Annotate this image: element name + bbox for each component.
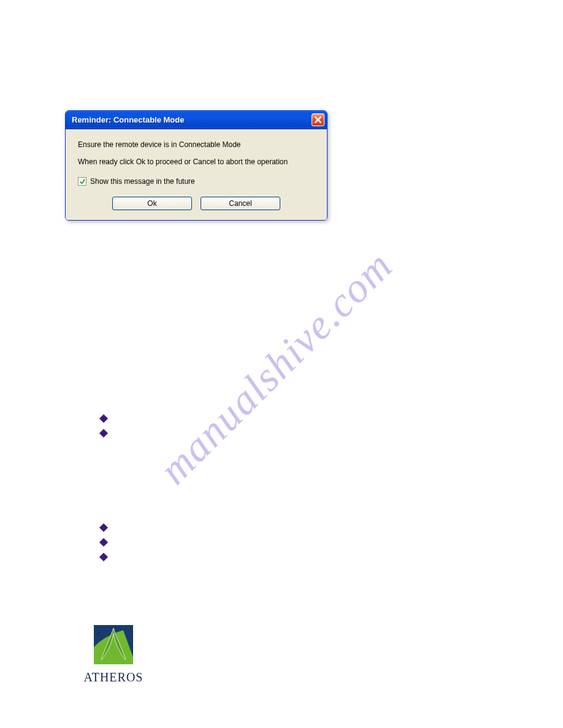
show-message-checkbox[interactable] <box>78 177 86 186</box>
close-icon <box>315 116 321 123</box>
atheros-logo: ATHEROS <box>80 625 147 699</box>
watermark-text: manualshive.com <box>150 241 402 494</box>
dialog-title: Reminder: Connectable Mode <box>72 115 184 124</box>
bullet-diamond-icon <box>99 523 108 532</box>
bullet-list-1 <box>101 415 107 445</box>
dialog-line1-suffix: Connectable Mode <box>179 140 241 149</box>
dialog-button-row: Ok Cancel <box>78 197 315 210</box>
atheros-logo-mark <box>94 625 133 664</box>
dialog-line1-prefix: Ensure the remote device is in <box>78 140 179 149</box>
ok-button[interactable]: Ok <box>112 197 192 210</box>
bullet-diamond-icon <box>99 538 108 547</box>
dialog-body: Ensure the remote device is in Connectab… <box>66 129 327 220</box>
bullet-diamond-icon <box>99 429 108 438</box>
show-message-checkbox-row[interactable]: Show this message in the future <box>78 177 315 186</box>
atheros-logo-text: ATHEROS <box>83 670 143 684</box>
bullet-diamond-icon <box>99 414 108 423</box>
close-button[interactable] <box>312 113 324 126</box>
bullet-list-2 <box>101 525 107 569</box>
bullet-diamond-icon <box>99 553 108 561</box>
dialog-titlebar[interactable]: Reminder: Connectable Mode <box>66 111 327 129</box>
show-message-checkbox-label: Show this message in the future <box>90 177 195 186</box>
dialog-message-line1: Ensure the remote device is in Connectab… <box>78 140 315 149</box>
logo-a-shape <box>100 627 127 661</box>
cancel-button[interactable]: Cancel <box>201 197 280 210</box>
reminder-dialog: Reminder: Connectable Mode Ensure the re… <box>65 110 327 221</box>
dialog-message-line2: When ready click Ok to proceed or Cancel… <box>78 157 315 166</box>
checkmark-icon <box>79 178 86 185</box>
